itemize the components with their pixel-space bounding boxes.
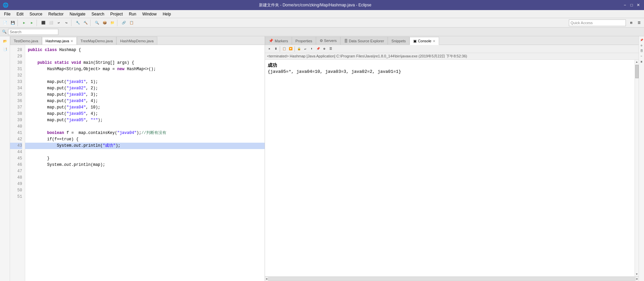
tab-testdemo-label: TestDemo.java [14,39,38,43]
console-copy-btn[interactable]: 📋 [281,46,287,52]
toolbar-sep1 [17,19,19,26]
menu-search[interactable]: Search [89,10,107,18]
toolbar-new-btn[interactable]: 📄 [1,19,9,27]
menu-edit[interactable]: Edit [14,10,26,18]
hscroll-left[interactable]: ◀ [266,277,267,280]
console-expand-btn[interactable]: ⬆ [309,46,315,52]
toolbar-btn7[interactable]: 🔧 [74,19,82,27]
right-icon5[interactable]: ▣ [639,59,644,64]
right-icon3[interactable]: 🗄 [639,48,644,53]
console-scroll-lock-btn[interactable]: 🔒 [296,46,302,52]
menu-file[interactable]: File [1,10,13,18]
menu-run[interactable]: Run [126,10,139,18]
hscroll-right[interactable]: ▶ [636,277,638,280]
console-filter-btn[interactable]: 🔽 [287,46,293,52]
toolbar-layout-btn[interactable]: ☰ [635,19,643,27]
con-sep2 [294,46,295,52]
tab-hashmap[interactable]: Hashmap.java ✕ [42,37,77,45]
tab-markers[interactable]: 📌 Markers [265,37,292,45]
console-layout-btn[interactable]: ☰ [328,46,334,52]
code-editor[interactable]: public class Hashmap { public static voi… [25,45,265,281]
toolbar-sep4 [90,19,92,26]
console-toolbar: ✕ ⏸ 📋 🔽 🔒 ↵ ⬆ 📌 ⚙ ☰ [265,45,639,53]
title-text: 新建文件夹 - Dome/src/com/zking/Map/Hashmap.j… [8,2,622,8]
search-icon: 🔍 [2,30,7,34]
toolbar-save-btn[interactable]: 💾 [9,19,16,27]
console-status: <terminated> Hashmap [Java Application] … [265,53,639,60]
maximize-button[interactable]: □ [629,2,635,8]
tab-testdemo[interactable]: TestDemo.java [10,37,42,45]
tab-hashmapDemo-label: HashMapDemo.java [120,39,154,43]
toolbar-btn3[interactable]: ⬛ [40,19,47,27]
console-word-wrap-btn[interactable]: ↵ [302,46,308,52]
code-row: 28 29 30 31 32 33 34 35 36 37 38 39 40 4… [10,45,265,281]
tab-snippets[interactable]: Snippets [388,37,410,45]
menu-refactor[interactable]: Refactor [46,10,66,18]
tab-hashmap-close[interactable]: ✕ [70,39,73,43]
tab-datasource[interactable]: 🗄 Data Source Explorer [340,37,388,45]
toolbar-btn6[interactable]: ↪ [63,19,70,27]
con-sep1 [280,46,280,52]
quick-access-input[interactable]: Quick Access [569,19,626,26]
console-line1: 成功 [268,62,632,68]
menu-navigate[interactable]: Navigate [67,10,88,18]
toolbar-btn12[interactable]: 🔗 [120,19,127,27]
toolbar-debug-btn[interactable]: ▶ [20,19,28,27]
tab-servers-label: ⚙ Servers [320,39,337,43]
toolbar-sep5 [117,19,119,26]
searchbar: 🔍 [0,28,644,36]
tab-treemap-label: TreeMapDemo.java [80,39,113,43]
tab-console-close[interactable]: ✕ [433,39,435,43]
toolbar-btn11[interactable]: 📁 [109,19,116,27]
toolbar-run-btn[interactable]: ▶ [28,19,36,27]
right-icon4[interactable]: ✂ [639,54,644,58]
line-numbers: 28 29 30 31 32 33 34 35 36 37 38 39 40 4… [10,45,25,281]
tab-hashmapDemo[interactable]: HashMapDemo.java [116,37,157,45]
console-content-row: 成功 {java05=*, java04=10, java03=3, java0… [265,60,639,276]
console-scrollbar[interactable]: ▲ ▼ [635,60,639,276]
tab-markers-label: Markers [275,39,288,43]
menubar: File Edit Source Refactor Navigate Searc… [0,10,644,18]
scrollbar-thumb[interactable] [635,65,639,78]
console-pause-btn[interactable]: ⏸ [273,46,279,52]
console-pin-btn[interactable]: 📌 [315,46,321,52]
hscroll-track[interactable] [268,277,636,281]
menu-help[interactable]: Help [160,10,174,18]
minimize-button[interactable]: − [622,2,628,8]
console-icon: ▣ [413,39,417,43]
scrollbar-up-arrow[interactable]: ▲ [635,60,638,64]
console-tabs: 📌 Markers Properties ⚙ Servers 🗄 Data So… [265,36,639,45]
toolbar-btn10[interactable]: 📦 [101,19,108,27]
tab-console[interactable]: ▣ Console ✕ [410,37,439,45]
main-layout: 📂 📑 TestDemo.java Hashmap.java ✕ TreeMap… [0,36,644,281]
console-settings-btn[interactable]: ⚙ [321,46,327,52]
toolbar-perspective-btn[interactable]: ⊞ [628,19,635,27]
scrollbar-down-arrow[interactable]: ▼ [635,272,638,276]
left-panel-icon2[interactable]: 📑 [1,46,9,53]
toolbar-btn5[interactable]: ↩ [55,19,62,27]
toolbar-btn9[interactable]: 🔍 [93,19,101,27]
right-icon2[interactable]: ⚙ [639,43,644,48]
tab-servers[interactable]: ⚙ Servers [316,37,340,45]
quick-access-label: Quick Access [571,21,593,25]
toolbar-sep3 [71,19,73,26]
right-icon1[interactable]: 📌 [639,38,644,42]
console-clear-btn[interactable]: ✕ [266,46,272,52]
search-input[interactable] [8,29,58,35]
toolbar-btn13[interactable]: 📋 [128,19,135,27]
tab-treemap[interactable]: TreeMapDemo.java [77,37,116,45]
console-hscrollbar[interactable]: ◀ ▶ [265,276,639,281]
close-button[interactable]: ✕ [635,2,641,8]
tab-properties-label: Properties [296,39,312,43]
code-area: TestDemo.java Hashmap.java ✕ TreeMapDemo… [10,36,265,281]
titlebar: 🌐 新建文件夹 - Dome/src/com/zking/Map/Hashmap… [0,0,644,10]
toolbar-btn4[interactable]: ⬜ [47,19,55,27]
menu-window[interactable]: Window [140,10,159,18]
code-tabs: TestDemo.java Hashmap.java ✕ TreeMapDemo… [10,36,265,45]
titlebar-icon: 🌐 [3,2,8,8]
toolbar-btn8[interactable]: 🔨 [82,19,89,27]
tab-properties[interactable]: Properties [292,37,316,45]
left-panel-icon1[interactable]: 📂 [1,38,9,45]
menu-project[interactable]: Project [108,10,125,18]
menu-source[interactable]: Source [27,10,45,18]
